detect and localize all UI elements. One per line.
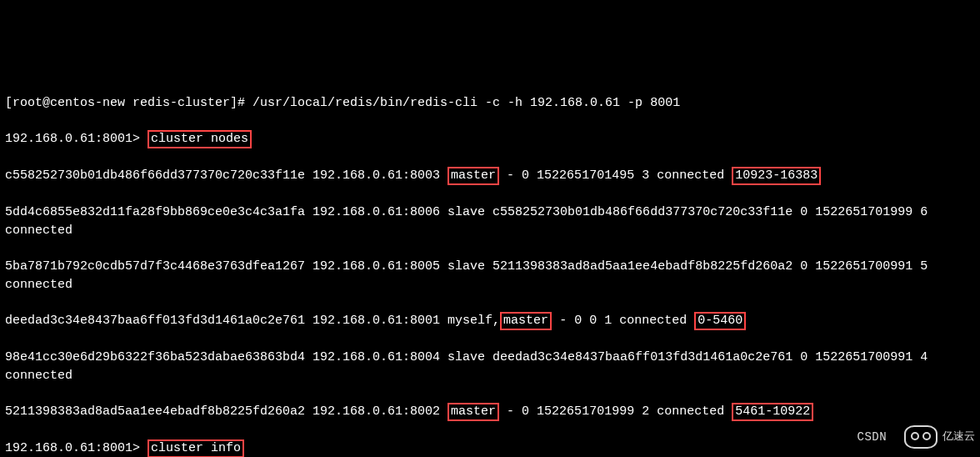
slot-range: 0-5460 — [694, 312, 746, 330]
node-line-5: 98e41cc30e6d29b6322f36ba523dabae63863bd4… — [5, 349, 975, 385]
master-label: master — [448, 167, 499, 185]
node-line-4: deedad3c34e8437baa6ff013fd3d1461a0c2e761… — [5, 312, 975, 330]
node-line-2: 5dd4c6855e832d11fa28f9bb869ce0e3c4c3a1fa… — [5, 203, 975, 240]
watermark: CSDN 亿速云 — [857, 425, 975, 449]
watermark-text: 亿速云 — [942, 429, 975, 445]
master-label: master — [500, 312, 552, 330]
node-line-3: 5ba7871b792c0cdb57d7f3c4468e3763dfea1267… — [5, 258, 975, 294]
cli-prompt: 192.168.0.61:8001> — [5, 132, 148, 146]
terminal-output: [root@centos-new redis-cluster]# /usr/lo… — [0, 73, 980, 457]
master-label: master — [448, 403, 499, 421]
slot-range: 5461-10922 — [732, 403, 813, 421]
slot-range: 10923-16383 — [732, 167, 821, 185]
node-line-1: c558252730b01db486f66dd377370c720c33f11e… — [5, 167, 975, 185]
cmd-cluster-info: cluster info — [148, 439, 244, 457]
cli-prompt: 192.168.0.61:8001> — [5, 441, 148, 455]
cmd-cluster-nodes: cluster nodes — [148, 130, 252, 148]
watermark-csdn: CSDN — [857, 429, 894, 445]
shell-command: [root@centos-new redis-cluster]# /usr/lo… — [5, 94, 975, 113]
cli-line: 192.168.0.61:8001> cluster info — [5, 439, 975, 457]
node-line-6: 5211398383ad8ad5aa1ee4ebadf8b8225fd260a2… — [5, 403, 975, 421]
cloud-icon — [904, 425, 938, 449]
cli-line: 192.168.0.61:8001> cluster nodes — [5, 130, 975, 148]
